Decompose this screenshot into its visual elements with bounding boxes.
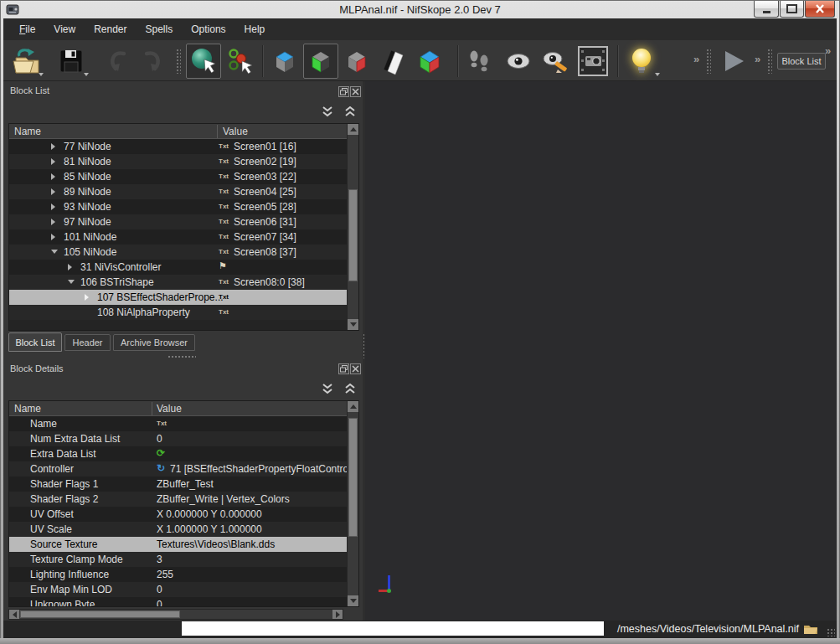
expand-arrow-icon[interactable]	[51, 158, 55, 165]
scroll-thumb[interactable]	[348, 418, 358, 537]
tree-row[interactable]: 81 NiNodeTxtScreen02 [19]	[9, 154, 348, 169]
detail-row[interactable]: Extra Data List⟳	[9, 446, 348, 461]
detail-row[interactable]: Num Extra Data List0	[9, 431, 348, 446]
undo-button[interactable]	[100, 44, 134, 79]
view-top-cube-button[interactable]	[267, 44, 302, 79]
tree-row[interactable]: 77 NiNodeTxtScreen01 [16]	[9, 139, 348, 154]
block-list-scrollbar[interactable]	[347, 124, 358, 330]
maximize-button[interactable]	[780, 1, 804, 18]
expand-arrow-icon[interactable]	[68, 264, 72, 270]
status-input[interactable]	[182, 621, 604, 636]
expand-arrow-icon[interactable]	[51, 143, 55, 150]
screenshot-button[interactable]	[575, 44, 611, 79]
block-details-float-button[interactable]	[338, 363, 349, 374]
scroll-up-button[interactable]	[348, 124, 358, 135]
toolbar-grip[interactable]	[767, 49, 772, 74]
column-value[interactable]: Value	[157, 403, 182, 415]
detail-row[interactable]: NameTxt	[9, 416, 348, 431]
play-animation-button[interactable]	[719, 44, 749, 79]
close-button[interactable]	[805, 1, 835, 18]
tab-archive-browser[interactable]: Archive Browser	[113, 334, 195, 351]
save-button[interactable]	[52, 44, 90, 79]
menu-render[interactable]: Render	[85, 19, 136, 39]
menu-help[interactable]: Help	[235, 19, 275, 39]
column-name[interactable]: Name	[14, 126, 41, 137]
detail-row[interactable]: Texture Clamp Mode3	[9, 552, 348, 567]
detail-row[interactable]: Shader Flags 1ZBuffer_Test	[9, 477, 348, 492]
vertex-selection-sphere-button[interactable]	[186, 44, 221, 79]
walk-mode-button[interactable]	[462, 44, 496, 79]
expand-all-button[interactable]	[343, 383, 358, 395]
block-details-hscrollbar[interactable]	[8, 609, 343, 620]
open-dropdown-caret[interactable]	[39, 73, 44, 76]
scroll-up-button[interactable]	[348, 401, 358, 412]
scroll-down-button[interactable]	[348, 319, 358, 330]
block-list-float-button[interactable]	[338, 86, 349, 97]
block-list-close-button[interactable]	[350, 86, 361, 97]
perspective-cube-button[interactable]	[411, 44, 448, 79]
expand-arrow-icon[interactable]	[51, 173, 55, 180]
scroll-thumb[interactable]	[348, 189, 358, 281]
edit-visibility-button[interactable]	[539, 44, 574, 79]
detail-row[interactable]: Controller↻71 [BSEffectShaderPropertyFlo…	[9, 461, 348, 477]
scroll-right-button[interactable]	[332, 610, 343, 619]
collapse-arrow-icon[interactable]	[51, 250, 58, 254]
show-nodes-button[interactable]	[501, 44, 536, 79]
scroll-thumb[interactable]	[20, 611, 180, 618]
minimize-button[interactable]	[754, 1, 779, 18]
save-dropdown-caret[interactable]	[84, 73, 89, 76]
column-divider[interactable]	[152, 402, 152, 415]
expand-arrow-icon[interactable]	[51, 234, 55, 240]
lighting-dropdown-caret[interactable]	[655, 73, 660, 76]
block-details-header[interactable]: Name Value	[9, 401, 358, 416]
expand-arrow-icon[interactable]	[51, 204, 55, 210]
tree-row[interactable]: 108 NiAlphaPropertyTxt	[9, 305, 348, 320]
flip-plane-button[interactable]	[375, 44, 410, 79]
block-list-toolbar-button[interactable]: Block List	[777, 53, 826, 70]
menu-view[interactable]: View	[44, 19, 85, 39]
open-button[interactable]	[5, 44, 45, 79]
view-front-cube-button[interactable]	[303, 44, 338, 79]
detail-row[interactable]: Shader Flags 2ZBuffer_Write | Vertex_Col…	[9, 492, 348, 507]
block-details-scrollbar[interactable]	[347, 401, 358, 606]
menu-spells[interactable]: Spells	[137, 19, 183, 39]
column-divider[interactable]	[217, 125, 218, 138]
toolbar-grip[interactable]	[176, 49, 181, 74]
toolbar-extension-chevron[interactable]: »	[825, 44, 831, 57]
tree-row[interactable]: 101 NiNodeTxtScreen07 [34]	[9, 229, 348, 245]
expand-arrow-icon[interactable]	[85, 294, 89, 301]
titlebar[interactable]: MLPAnal.nif - NifSkope 2.0 Dev 7	[0, 0, 840, 18]
detail-row[interactable]: Source TextureTextures\Videos\Blank.dds	[9, 537, 348, 552]
scroll-down-button[interactable]	[348, 595, 358, 606]
collapse-all-button[interactable]	[320, 106, 335, 118]
expand-all-button[interactable]	[343, 106, 358, 118]
block-list-header[interactable]: Name Value	[9, 124, 358, 139]
viewport-3d[interactable]	[365, 81, 837, 621]
tree-row[interactable]: 85 NiNodeTxtScreen03 [22]	[9, 169, 348, 184]
detail-row[interactable]: Env Map Min LOD0	[9, 582, 348, 597]
collapse-all-button[interactable]	[320, 383, 335, 395]
node-selection-button[interactable]	[223, 44, 258, 79]
redo-button[interactable]	[137, 44, 170, 79]
tree-row[interactable]: 97 NiNodeTxtScreen06 [31]	[9, 214, 348, 229]
tree-row[interactable]: 31 NiVisController⚑	[9, 260, 348, 275]
menu-options[interactable]: Options	[182, 19, 234, 39]
detail-row[interactable]: UV ScaleX 1.000000 Y 1.000000	[9, 522, 348, 537]
resize-grip[interactable]	[827, 628, 835, 636]
block-details-close-button[interactable]	[350, 363, 361, 374]
detail-row[interactable]: Unknown Byte0	[9, 597, 348, 607]
toolbar-extension-chevron[interactable]: »	[693, 53, 699, 65]
panel-splitter-grip[interactable]	[167, 355, 196, 358]
tree-row[interactable]: 107 BSEffectShaderPrope...Txt	[9, 290, 348, 305]
tree-row[interactable]: 106 BSTriShapeTxtScreen08:0 [38]	[9, 275, 348, 290]
open-folder-icon[interactable]	[803, 623, 818, 638]
tree-row[interactable]: 89 NiNodeTxtScreen04 [25]	[9, 184, 348, 199]
expand-arrow-icon[interactable]	[51, 219, 55, 225]
collapse-arrow-icon[interactable]	[68, 280, 75, 284]
column-value[interactable]: Value	[223, 126, 248, 137]
expand-arrow-icon[interactable]	[51, 188, 55, 195]
lighting-button[interactable]	[623, 44, 662, 79]
toolbar-extension-chevron[interactable]: »	[755, 53, 760, 65]
scroll-left-button[interactable]	[9, 610, 19, 619]
tree-row[interactable]: 105 NiNodeTxtScreen08 [37]	[9, 245, 348, 260]
